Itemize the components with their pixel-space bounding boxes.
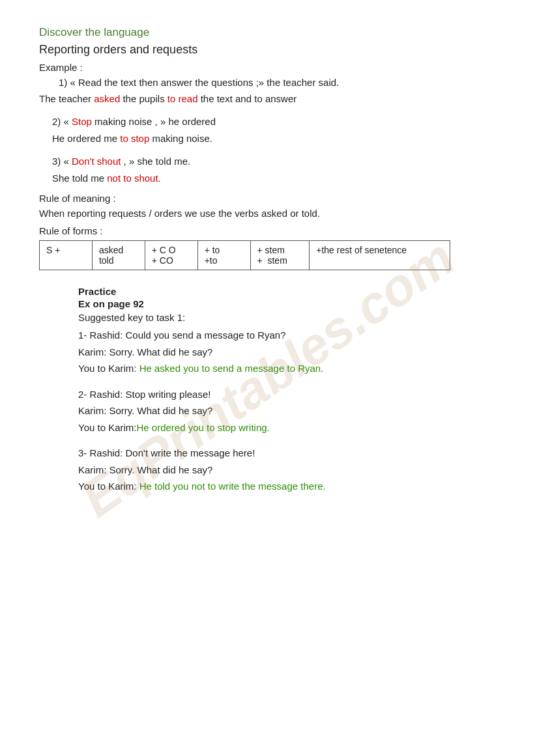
practice-title: Practice [78, 286, 496, 297]
to-stop-word: to stop [120, 133, 149, 144]
you-3: You to Karim: He told you not to write t… [78, 478, 496, 495]
example-label: Example : [39, 62, 496, 73]
discover-title: Discover the language [39, 26, 496, 39]
rule-of-meaning-label: Rule of meaning : [39, 193, 496, 204]
rule-of-meaning-text: When reporting requests / orders we use … [39, 208, 496, 219]
karim-3: Karim: Sorry. What did he say? [78, 462, 496, 479]
example-1: 1) « Read the text then answer the quest… [59, 77, 496, 88]
practice-section: Practice Ex on page 92 Suggested key to … [78, 286, 496, 495]
answer-2: He ordered you to stop writing. [137, 422, 270, 433]
forms-table: S + askedtold + C O+ CO + to+to + stem+ … [39, 240, 450, 270]
table-cell-rest: +the rest of senetence [310, 241, 450, 270]
practice-item-2: 2- Rashid: Stop writing please! Karim: S… [78, 386, 496, 436]
table-cell-stem: + stem+ stem [250, 241, 310, 270]
example-3-quote: 3) « Don't shout , » she told me. [52, 153, 496, 170]
subtitle: Reporting orders and requests [39, 43, 496, 57]
to-read-word: to read [167, 93, 198, 104]
example-3-reported: She told me not to shout. [52, 170, 496, 187]
answer-1: He asked you to send a message to Ryan. [139, 363, 324, 374]
table-cell-asked-told: askedtold [92, 241, 145, 270]
suggested-key: Suggested key to task 1: [78, 312, 496, 323]
dont-shout-word: Don't shout [72, 156, 121, 167]
asked-word: asked [94, 93, 120, 104]
table-row: S + askedtold + C O+ CO + to+to + stem+ … [40, 241, 450, 270]
you-2: You to Karim:He ordered you to stop writ… [78, 419, 496, 436]
practice-item-1: 1- Rashid: Could you send a message to R… [78, 327, 496, 377]
example-1-number: 1) « Read the text then answer the quest… [59, 77, 339, 88]
rashid-3: 3- Rashid: Don't write the message here! [78, 445, 496, 462]
discover-section: Discover the language Reporting orders a… [39, 26, 496, 495]
table-cell-s: S + [40, 241, 93, 270]
example-2-reported: He ordered me to stop making noise. [52, 130, 496, 147]
you-1: You to Karim: He asked you to send a mes… [78, 360, 496, 377]
not-to-shout-word: not to shout. [107, 173, 161, 184]
stop-word: Stop [72, 116, 92, 127]
teacher-line: The teacher asked the pupils to read the… [39, 93, 496, 104]
example-2-quote: 2) « Stop making noise , » he ordered [52, 113, 496, 130]
rashid-1: 1- Rashid: Could you send a message to R… [78, 327, 496, 344]
rule-of-forms-label: Rule of forms : [39, 225, 496, 236]
practice-item-3: 3- Rashid: Don't write the message here!… [78, 445, 496, 495]
karim-2: Karim: Sorry. What did he say? [78, 402, 496, 419]
example-2: 2) « Stop making noise , » he ordered He… [52, 113, 496, 147]
ex-title: Ex on page 92 [78, 298, 496, 309]
answer-3: He told you not to write the message the… [139, 481, 326, 492]
table-cell-to: + to+to [197, 241, 250, 270]
rashid-2: 2- Rashid: Stop writing please! [78, 386, 496, 403]
karim-1: Karim: Sorry. What did he say? [78, 344, 496, 361]
example-3: 3) « Don't shout , » she told me. She to… [52, 153, 496, 186]
table-cell-co: + C O+ CO [145, 241, 197, 270]
example-1-quote: 1) « Read the text then answer the quest… [59, 77, 496, 88]
